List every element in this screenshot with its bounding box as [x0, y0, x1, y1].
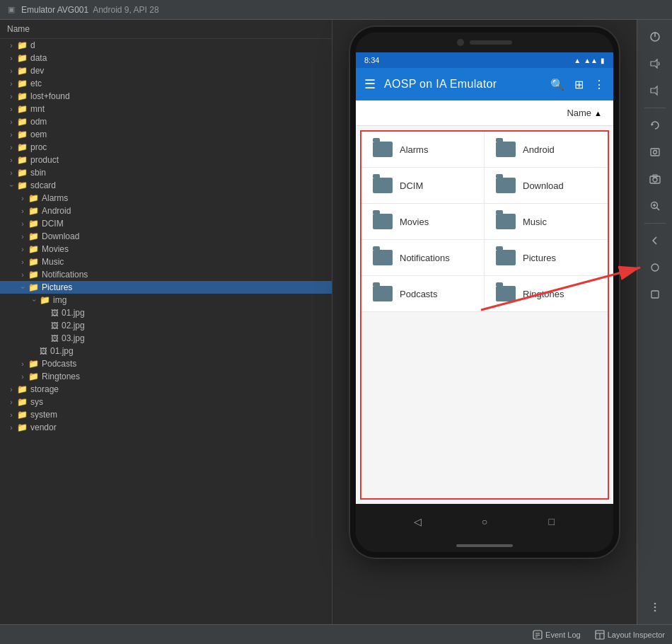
chevron-download: › — [17, 233, 28, 241]
tree-item-pictures[interactable]: › 📁 Pictures — [0, 281, 332, 294]
folder-icon-alarms: 📁 — [28, 193, 39, 203]
folder-cell-android[interactable]: Android — [485, 132, 608, 168]
tree-item-etc[interactable]: › 📁 etc — [0, 77, 332, 90]
tree-item-proc[interactable]: › 📁 proc — [0, 141, 332, 154]
tree-item-sbin[interactable]: › 📁 sbin — [0, 166, 332, 179]
tree-item-sdcard[interactable]: › 📁 sdcard — [0, 179, 332, 192]
search-icon[interactable]: 🔍 — [550, 78, 564, 91]
folder-cell-dcim[interactable]: DCIM — [361, 168, 485, 204]
tree-item-product[interactable]: › 📁 product — [0, 154, 332, 166]
label-dev: dev — [30, 66, 332, 76]
tree-item-notifications[interactable]: › 📁 Notifications — [0, 268, 332, 281]
camera-button[interactable] — [644, 168, 666, 190]
tree-item-sys[interactable]: › 📁 sys — [0, 396, 332, 408]
folder-cell-alarms[interactable]: Alarms — [361, 132, 485, 168]
tree-item-dcim[interactable]: › 📁 DCIM — [0, 217, 332, 230]
chevron-etc: › — [6, 80, 17, 88]
layout-inspector-button[interactable]: Layout Inspector — [595, 630, 665, 640]
folder-cell-download[interactable]: Download — [485, 168, 608, 204]
file-icon-img-03: 🖼 — [51, 334, 59, 343]
sort-label[interactable]: Name — [567, 108, 591, 118]
event-log-label: Event Log — [545, 631, 581, 639]
label-notifications: Notifications — [42, 270, 332, 280]
folder-icon-notifications-phone — [373, 250, 393, 265]
tree-item-pictures-01[interactable]: › 🖼 01.jpg — [0, 345, 332, 357]
main-content: Name › 📁 d › 📁 data › 📁 dev › 📁 etc › — [0, 20, 672, 624]
folder-cell-movies[interactable]: Movies — [361, 204, 485, 240]
emulator-controls — [637, 20, 672, 624]
chevron-vendor: › — [6, 424, 17, 432]
folder-icon-storage: 📁 — [17, 384, 28, 394]
folder-icon-movies-phone — [373, 214, 393, 229]
chevron-storage: › — [6, 386, 17, 393]
folder-icon-sbin: 📁 — [17, 168, 28, 178]
folder-icon-music-phone — [496, 214, 516, 229]
tree-item-data[interactable]: › 📁 data — [0, 52, 332, 64]
chevron-mnt: › — [6, 105, 17, 113]
tree-item-img-03[interactable]: › 🖼 03.jpg — [0, 332, 332, 345]
home-nav-button[interactable] — [644, 256, 666, 279]
folder-icon-download: 📁 — [28, 231, 39, 241]
folder-cell-music[interactable]: Music — [485, 204, 608, 240]
rotate-button[interactable] — [644, 114, 666, 137]
tree-item-storage[interactable]: › 📁 storage — [0, 383, 332, 396]
svg-marker-5 — [651, 86, 657, 95]
svg-point-19 — [654, 606, 656, 609]
folder-cell-name-podcasts: Podcasts — [400, 289, 437, 299]
status-icons: ▲ ▲▲ ▮ — [574, 57, 605, 64]
tree-item-img-02[interactable]: › 🖼 02.jpg — [0, 319, 332, 332]
label-lostfound: lost+found — [30, 91, 332, 101]
folder-icon-alarms-phone — [373, 142, 393, 157]
square-nav-button[interactable] — [644, 283, 666, 306]
more-button[interactable] — [644, 596, 666, 619]
tree-item-movies[interactable]: › 📁 Movies — [0, 243, 332, 255]
screenshot-button[interactable] — [644, 141, 666, 163]
tree-item-d[interactable]: › 📁 d — [0, 39, 332, 52]
tree-item-android[interactable]: › 📁 Android — [0, 205, 332, 217]
recents-button[interactable]: □ — [541, 511, 562, 532]
tree-item-music[interactable]: › 📁 Music — [0, 255, 332, 268]
folder-icon-ringtones: 📁 — [28, 372, 39, 381]
folder-cell-name-dcim: DCIM — [400, 180, 423, 191]
label-music: Music — [42, 257, 332, 267]
back-button[interactable]: ◁ — [407, 511, 428, 532]
folder-cell-name-notifications: Notifications — [400, 253, 450, 263]
emulator-divider-2 — [644, 223, 666, 224]
back-nav-button[interactable] — [644, 229, 666, 252]
tree-item-ringtones[interactable]: › 📁 Ringtones — [0, 370, 332, 383]
center-area: 8:34 ▲ ▲▲ ▮ ☰ AOSP on IA Emulator 🔍 ⊞ ⋮ — [332, 20, 637, 624]
tree-item-img[interactable]: › 📁 img — [0, 294, 332, 306]
folder-icon-system: 📁 — [17, 410, 28, 420]
tree-item-lostfound[interactable]: › 📁 lost+found — [0, 90, 332, 103]
volume-up-button[interactable] — [644, 52, 666, 75]
folder-cell-notifications[interactable]: Notifications — [361, 240, 485, 276]
folder-cell-pictures[interactable]: Pictures — [485, 240, 608, 276]
zoom-button[interactable] — [644, 195, 666, 217]
tree-item-img-01[interactable]: › 🖼 01.jpg — [0, 306, 332, 319]
tree-item-vendor[interactable]: › 📁 vendor — [0, 421, 332, 434]
phone-nav-bar: ◁ ○ □ — [356, 504, 613, 539]
home-button[interactable]: ○ — [474, 511, 495, 532]
volume-down-button[interactable] — [644, 79, 666, 102]
label-dcim: DCIM — [42, 219, 332, 229]
tree-item-oem[interactable]: › 📁 oem — [0, 128, 332, 141]
tree-item-odm[interactable]: › 📁 odm — [0, 115, 332, 128]
tree-item-download[interactable]: › 📁 Download — [0, 230, 332, 243]
grid-view-icon[interactable]: ⊞ — [574, 78, 584, 91]
chevron-d: › — [6, 42, 17, 50]
tree-item-system[interactable]: › 📁 system — [0, 408, 332, 421]
tree-item-dev[interactable]: › 📁 dev — [0, 64, 332, 77]
chevron-product: › — [6, 156, 17, 164]
folder-cell-podcasts[interactable]: Podcasts — [361, 276, 485, 312]
chevron-oem: › — [6, 131, 17, 139]
hamburger-menu-icon[interactable]: ☰ — [364, 76, 376, 92]
event-log-button[interactable]: Event Log — [533, 630, 581, 640]
tree-item-podcasts[interactable]: › 📁 Podcasts — [0, 357, 332, 370]
power-button[interactable] — [644, 25, 666, 48]
chevron-odm: › — [6, 118, 17, 126]
folder-icon-data: 📁 — [17, 53, 28, 63]
folder-cell-ringtones[interactable]: Ringtones — [485, 276, 608, 312]
tree-item-alarms[interactable]: › 📁 Alarms — [0, 192, 332, 205]
tree-item-mnt[interactable]: › 📁 mnt — [0, 103, 332, 115]
overflow-menu-icon[interactable]: ⋮ — [593, 78, 605, 91]
